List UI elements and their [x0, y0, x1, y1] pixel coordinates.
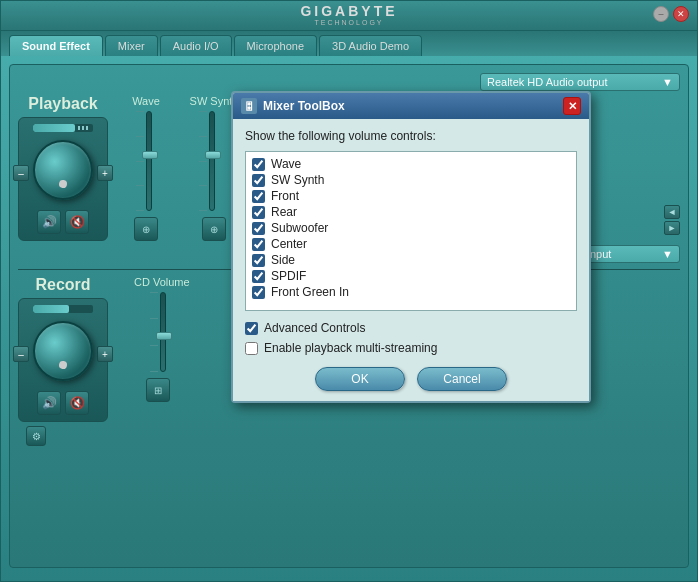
- ok-button[interactable]: OK: [315, 367, 405, 391]
- label-sw-synth[interactable]: SW Synth: [271, 173, 324, 187]
- checkbox-sw-synth[interactable]: [252, 174, 265, 187]
- label-advanced-controls[interactable]: Advanced Controls: [264, 321, 365, 335]
- dialog-buttons: OK Cancel: [245, 367, 577, 391]
- checkbox-rear[interactable]: [252, 206, 265, 219]
- mixer-toolbox-dialog: 🎛 Mixer ToolBox ✕ Show the following vol…: [231, 91, 591, 403]
- list-item-front-green-in[interactable]: Front Green In: [248, 284, 574, 300]
- label-side[interactable]: Side: [271, 253, 295, 267]
- list-item-rear[interactable]: Rear: [248, 204, 574, 220]
- cancel-button[interactable]: Cancel: [417, 367, 507, 391]
- volume-controls-list[interactable]: Wave SW Synth Front Rear: [245, 151, 577, 311]
- dialog-options: Advanced Controls Enable playback multi-…: [245, 321, 577, 355]
- list-item-side[interactable]: Side: [248, 252, 574, 268]
- label-spdif[interactable]: SPDIF: [271, 269, 306, 283]
- checkbox-enable-multistream[interactable]: [245, 342, 258, 355]
- checkbox-spdif[interactable]: [252, 270, 265, 283]
- label-center[interactable]: Center: [271, 237, 307, 251]
- checkbox-center[interactable]: [252, 238, 265, 251]
- list-item-center[interactable]: Center: [248, 236, 574, 252]
- checkbox-wave[interactable]: [252, 158, 265, 171]
- list-item-wave[interactable]: Wave: [248, 156, 574, 172]
- checkbox-front[interactable]: [252, 190, 265, 203]
- dialog-body: Show the following volume controls: Wave…: [233, 119, 589, 401]
- checkbox-front-green-in[interactable]: [252, 286, 265, 299]
- dialog-title-group: 🎛 Mixer ToolBox: [241, 98, 345, 114]
- label-enable-multistream[interactable]: Enable playback multi-streaming: [264, 341, 437, 355]
- list-item-sw-synth[interactable]: SW Synth: [248, 172, 574, 188]
- checkbox-side[interactable]: [252, 254, 265, 267]
- list-item-subwoofer[interactable]: Subwoofer: [248, 220, 574, 236]
- dialog-overlay: 🎛 Mixer ToolBox ✕ Show the following vol…: [1, 1, 697, 581]
- app-window: GIGABYTE TECHNOLOGY – ✕ Sound Effect Mix…: [0, 0, 698, 582]
- list-item-spdif[interactable]: SPDIF: [248, 268, 574, 284]
- label-subwoofer[interactable]: Subwoofer: [271, 221, 328, 235]
- dialog-app-icon: 🎛: [241, 98, 257, 114]
- dialog-instruction: Show the following volume controls:: [245, 129, 577, 143]
- dialog-title: Mixer ToolBox: [263, 99, 345, 113]
- label-rear[interactable]: Rear: [271, 205, 297, 219]
- label-wave[interactable]: Wave: [271, 157, 301, 171]
- list-item-front[interactable]: Front: [248, 188, 574, 204]
- option-advanced-controls[interactable]: Advanced Controls: [245, 321, 577, 335]
- label-front[interactable]: Front: [271, 189, 299, 203]
- checkbox-advanced-controls[interactable]: [245, 322, 258, 335]
- dialog-close-button[interactable]: ✕: [563, 97, 581, 115]
- checkbox-subwoofer[interactable]: [252, 222, 265, 235]
- label-front-green-in[interactable]: Front Green In: [271, 285, 349, 299]
- dialog-titlebar: 🎛 Mixer ToolBox ✕: [233, 93, 589, 119]
- option-enable-multistream[interactable]: Enable playback multi-streaming: [245, 341, 577, 355]
